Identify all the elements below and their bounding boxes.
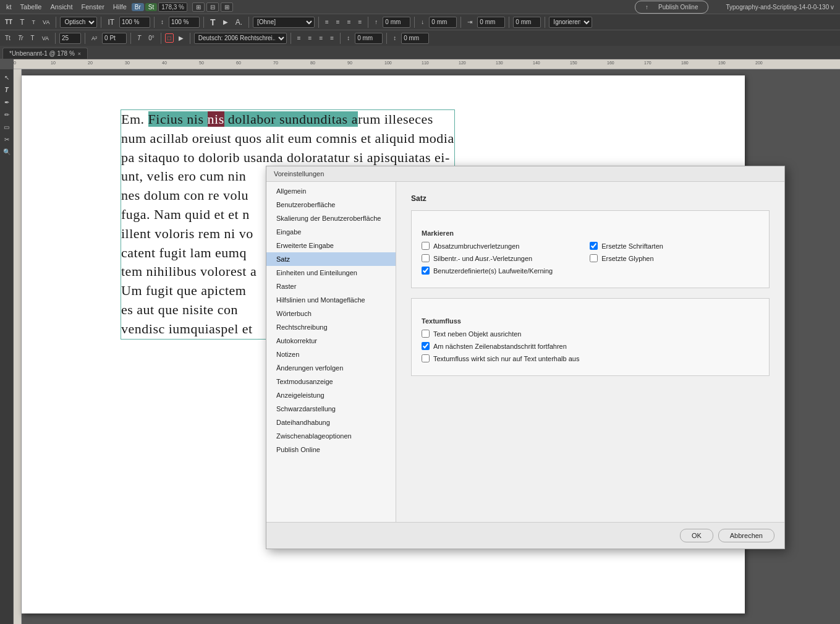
document-tab[interactable]: *Unbenannt-1 @ 178 % × (2, 48, 88, 59)
zoom-tool[interactable]: 🔍 (1, 146, 12, 157)
checkbox-text-neben[interactable] (422, 330, 430, 338)
list-item-zwischenablage[interactable]: Zwischenablageoptionen (266, 429, 396, 443)
num25-input[interactable] (59, 33, 81, 44)
space-after-input[interactable] (429, 17, 457, 28)
T-format-btn[interactable]: T (208, 16, 218, 28)
text-rest-line1: rum illeseces (358, 111, 433, 127)
aa-superscript[interactable]: A² (89, 34, 100, 43)
indent-right-input[interactable] (513, 17, 541, 28)
select-tool[interactable]: ↖ (1, 72, 12, 83)
ruler-mark-180: 180 (681, 61, 689, 65)
space-before-input[interactable] (383, 17, 410, 28)
sep-19 (386, 33, 387, 44)
checkbox-nur-unterhalb[interactable] (422, 354, 430, 362)
toolbar-row-1: TT T T VA Optisch IT ↕ T ▶ A. [Ohne] ≡ ≡… (0, 14, 840, 30)
pencil-tool[interactable]: ✏ (1, 109, 12, 120)
list-item-skalierung[interactable]: Skalierung der Benutzeroberfläche (266, 212, 396, 225)
checkbox-absatz[interactable] (422, 242, 430, 250)
align-row2-1[interactable]: ≡ (295, 33, 303, 43)
view-btn-3[interactable]: ⊞ (221, 2, 233, 12)
list-item-raster[interactable]: Raster (266, 280, 396, 293)
align-row2-3[interactable]: ≡ (316, 33, 325, 43)
deutsch-dropdown[interactable]: Deutsch: 2006 Rechtschrei... (194, 33, 287, 44)
checkbox-ersetzte-schrift[interactable] (590, 242, 598, 250)
checkbox-silbentr[interactable] (422, 254, 430, 262)
list-item-anzeigeleistung[interactable]: Anzeigeleistung (266, 388, 396, 402)
tt-small-1[interactable]: Tt (2, 33, 13, 43)
sep-18 (340, 33, 341, 44)
pen-tool[interactable]: ✒ (1, 96, 12, 108)
list-item-textmodusanzeige[interactable]: Textmodusanzeige (266, 375, 396, 388)
va-small[interactable]: VA (40, 34, 51, 43)
va-btn[interactable]: VA (40, 18, 52, 27)
menu-item-ansicht[interactable]: Ansicht (46, 2, 76, 12)
list-item-eingabe[interactable]: Eingabe (266, 225, 396, 239)
list-item-notizen[interactable]: Notizen (266, 348, 396, 361)
ruler-mark-190: 190 (718, 61, 726, 65)
list-item-rechtschreibung[interactable]: Rechtschreibung (266, 320, 396, 334)
list-item-erweiterte-eingabe[interactable]: Erweiterte Eingabe (266, 239, 396, 252)
checkbox-naechsten[interactable] (422, 342, 430, 350)
ignorieren-dropdown[interactable]: Ignorieren (549, 17, 592, 28)
T-arrow-btn[interactable]: ▶ (221, 17, 231, 27)
view-btn-2[interactable]: ⊟ (206, 2, 219, 12)
menu-item-hilfe[interactable]: Hilfe (109, 2, 130, 12)
bridge-icon[interactable]: Br (132, 3, 144, 11)
sep-16 (190, 33, 190, 44)
list-item-allgemein[interactable]: Allgemein (266, 184, 396, 198)
satz-title: Satz (411, 194, 770, 203)
underline-color-btn[interactable]: □ (165, 33, 174, 43)
align-justify[interactable]: ≡ (356, 17, 365, 27)
list-item-hilfslinien[interactable]: Hilfslinien und Montagefläche (266, 293, 396, 307)
align-right[interactable]: ≡ (345, 17, 354, 27)
ruler-mark-130: 130 (496, 61, 503, 65)
stock-icon[interactable]: St (145, 3, 157, 11)
ruler-mark-200: 200 (755, 61, 763, 65)
menu-item-kt[interactable]: kt (2, 2, 15, 12)
checkbox-ersetzte-glyphen[interactable] (590, 254, 598, 262)
t-italic-btn[interactable]: T (135, 33, 143, 43)
ok-button[interactable]: OK (680, 529, 713, 542)
align-center[interactable]: ≡ (334, 17, 342, 27)
deg0-btn[interactable]: 0° (146, 33, 157, 43)
menu-item-fenster[interactable]: Fenster (78, 2, 108, 12)
tt-bold-btn[interactable]: TT (2, 17, 15, 27)
list-item-publish-online[interactable]: Publish Online (266, 443, 396, 456)
view-btn-1[interactable]: ⊞ (192, 2, 205, 12)
style-dropdown[interactable]: [Ohne] (253, 17, 315, 28)
optical-dropdown[interactable]: Optisch (60, 17, 97, 28)
zoom-display[interactable]: 178,3 % (158, 2, 187, 12)
row2-spacing-2[interactable] (401, 33, 429, 44)
scissors-tool[interactable]: ✂ (1, 134, 12, 145)
line-height-input[interactable] (169, 17, 200, 28)
list-item-woerterbuch[interactable]: Wörterbuch (266, 307, 396, 320)
indent-input[interactable] (477, 17, 505, 28)
list-item-schwarzdarstellung[interactable]: Schwarzdarstellung (266, 402, 396, 416)
publish-online-button[interactable]: ↑ Publish Online (635, 1, 708, 14)
align-left[interactable]: ≡ (323, 17, 331, 27)
t-btn-1[interactable]: T (17, 17, 27, 28)
list-item-dateihandhabung[interactable]: Dateihandhabung (266, 416, 396, 429)
list-item-satz[interactable]: Satz (266, 252, 396, 266)
list-item-autokorrektur[interactable]: Autokorrektur (266, 334, 396, 348)
menu-item-tabelle[interactable]: Tabelle (17, 2, 46, 12)
list-item-benutzeroberflaeche[interactable]: Benutzeroberfläche (266, 198, 396, 212)
row2-spacing-1[interactable] (355, 33, 383, 44)
list-item-einheiten[interactable]: Einheiten und Einteilungen (266, 266, 396, 280)
A-dot-btn[interactable]: A. (233, 17, 245, 28)
t-small[interactable]: T (28, 33, 37, 43)
font-size-input-1[interactable] (119, 17, 150, 28)
align-row2-2[interactable]: ≡ (306, 33, 315, 43)
pt0-input[interactable] (102, 33, 127, 44)
tt-small-2[interactable]: Tr (15, 33, 26, 43)
sep-14 (130, 33, 131, 44)
list-item-aenderungen[interactable]: Änderungen verfolgen (266, 361, 396, 375)
rect-tool[interactable]: ▭ (1, 121, 12, 132)
align-row2-4[interactable]: ≡ (328, 33, 336, 43)
arrow-right-btn[interactable]: ▶ (176, 33, 186, 43)
t-btn-2[interactable]: T (30, 18, 38, 27)
checkbox-benutzer[interactable] (422, 267, 430, 275)
tab-close-btn[interactable]: × (78, 51, 81, 57)
cancel-button[interactable]: Abbrechen (718, 529, 774, 542)
text-tool[interactable]: T (1, 84, 12, 95)
